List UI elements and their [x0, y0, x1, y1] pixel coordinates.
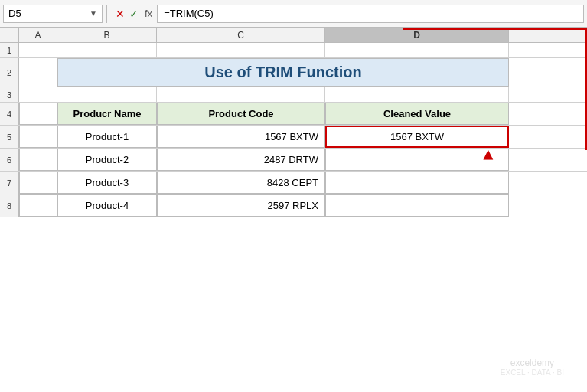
cell-c3[interactable] — [157, 87, 325, 102]
table-row: 7 Product-3 8428 CEPT — [0, 172, 587, 194]
row-number-4: 4 — [0, 103, 19, 125]
col-header-b[interactable]: B — [57, 28, 157, 42]
table-row: 8 Product-4 2597 RPLX — [0, 194, 587, 217]
cell-a8[interactable] — [19, 194, 57, 217]
watermark: exceldemy EXCEL · DATA · BI — [501, 358, 564, 377]
cell-product-code-1[interactable]: 1567 BXTW — [157, 126, 325, 148]
cell-a3[interactable] — [19, 87, 57, 102]
table-row: 2 Use of TRIM Function — [0, 58, 587, 87]
formula-bar: D5 ▼ ✕ ✓ fx — [0, 0, 587, 28]
cell-product-name-4[interactable]: Product-4 — [57, 194, 157, 217]
cell-a1[interactable] — [19, 43, 57, 57]
cell-a6[interactable] — [19, 149, 57, 171]
table-row: 6 Product-2 2487 DRTW — [0, 149, 587, 172]
cell-b3[interactable] — [57, 87, 157, 102]
cell-cleaned-value-1[interactable]: 1567 BXTW — [325, 126, 509, 148]
table-row: 3 — [0, 87, 587, 103]
cell-d1[interactable] — [325, 43, 509, 57]
cell-a7[interactable] — [19, 172, 57, 194]
header-cell-cleaned-value[interactable]: Cleaned Value — [325, 103, 509, 125]
cell-cleaned-value-3[interactable] — [325, 172, 509, 194]
cell-reference-text: D5 — [8, 8, 86, 19]
formula-input[interactable] — [157, 5, 584, 23]
cancel-icon[interactable]: ✕ — [116, 8, 125, 20]
cell-a5[interactable] — [19, 126, 57, 148]
cell-a2[interactable] — [19, 58, 57, 87]
table-row: 4 Producr Name Product Code Cleaned Valu… — [0, 103, 587, 126]
table-row: 1 — [0, 43, 587, 58]
header-cell-product-code[interactable]: Product Code — [157, 103, 325, 125]
column-headers-row: A B C D — [0, 28, 587, 43]
row-number-1: 1 — [0, 43, 19, 57]
row-number-3: 3 — [0, 87, 19, 102]
col-header-c[interactable]: C — [157, 28, 325, 42]
col-header-a[interactable]: A — [19, 28, 57, 42]
col-header-d[interactable]: D — [325, 28, 509, 42]
formula-bar-divider — [106, 5, 107, 23]
cell-c1[interactable] — [157, 43, 325, 57]
cell-reference-box[interactable]: D5 ▼ — [3, 5, 103, 23]
rows-area: 1 2 Use of TRIM Function 3 — [0, 43, 587, 392]
cell-product-code-3[interactable]: 8428 CEPT — [157, 172, 325, 194]
title-cell[interactable]: Use of TRIM Function — [57, 58, 509, 87]
cell-product-name-1[interactable]: Product-1 — [57, 126, 157, 148]
row-number-6: 6 — [0, 149, 19, 171]
row-number-8: 8 — [0, 194, 19, 217]
cell-product-name-2[interactable]: Product-2 — [57, 149, 157, 171]
fx-label: fx — [145, 8, 152, 19]
row-number-7: 7 — [0, 172, 19, 194]
cell-b1[interactable] — [57, 43, 157, 57]
cell-cleaned-value-4[interactable] — [325, 194, 509, 217]
spreadsheet-grid: A B C D 1 2 Use of TRIM Function — [0, 28, 587, 392]
table-row: 5 Product-1 1567 BXTW 1567 BXTW — [0, 126, 587, 149]
formula-bar-icons: ✕ ✓ — [111, 8, 143, 20]
confirm-icon[interactable]: ✓ — [129, 8, 139, 20]
cell-cleaned-value-2[interactable] — [325, 149, 509, 171]
corner-cell — [0, 28, 19, 42]
spreadsheet-wrapper: D5 ▼ ✕ ✓ fx A B C D 1 — [0, 0, 587, 392]
cell-product-code-4[interactable]: 2597 RPLX — [157, 194, 325, 217]
cell-ref-dropdown-icon[interactable]: ▼ — [90, 9, 97, 18]
header-cell-product-name[interactable]: Producr Name — [57, 103, 157, 125]
cell-product-name-3[interactable]: Product-3 — [57, 172, 157, 194]
cell-d3[interactable] — [325, 87, 509, 102]
cell-product-code-2[interactable]: 2487 DRTW — [157, 149, 325, 171]
row-number-5: 5 — [0, 126, 19, 148]
cell-a4[interactable] — [19, 103, 57, 125]
row-number-2: 2 — [0, 58, 19, 87]
